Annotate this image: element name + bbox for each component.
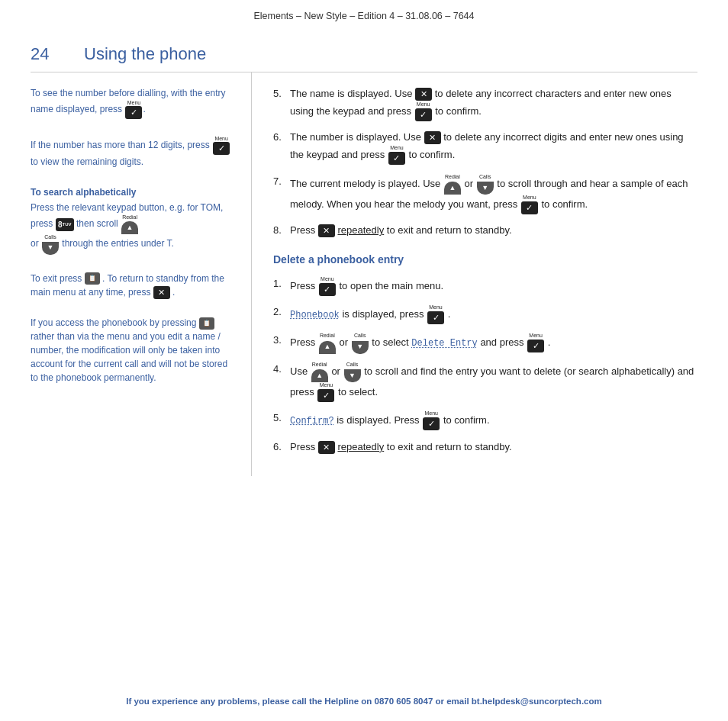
menu-check-del3: Menu ✓ xyxy=(527,333,544,353)
delete-item-3: 3. Press Redial ▲ or Calls ▼ to select xyxy=(273,333,697,353)
item8-text3: to exit and return to standby. xyxy=(387,224,512,236)
left-section-4: To exit press 📋 . To return to standby f… xyxy=(31,272,236,299)
menu-check-key-2: Menu ✓ xyxy=(213,136,230,155)
key-x-item8: ✕ xyxy=(318,224,335,237)
left-s3-para: Press the relevant keypad button, e.g. f… xyxy=(31,201,236,255)
left-text-1: To see the number before dialling, with … xyxy=(31,86,236,119)
del6-text3: to exit and return to standby. xyxy=(387,441,512,452)
delete-item-1: 1. Press Menu ✓ to open the main menu. xyxy=(273,276,697,297)
key-x-left: ✕ xyxy=(153,286,170,299)
del5-text3: to confirm. xyxy=(443,414,490,426)
left-section-3: To search alphabetically Press the relev… xyxy=(31,185,236,255)
menu-check-del2: Menu ✓ xyxy=(427,304,444,325)
del1-text1: Press xyxy=(290,280,315,291)
left-s3-text4: through the entries under T. xyxy=(62,239,174,249)
del4-text4: to select. xyxy=(338,386,378,398)
delete-item-6: 6. Press ✕ repeatedly to exit and return… xyxy=(273,439,697,455)
menu-check-item7: Menu ✓ xyxy=(521,195,538,215)
list-item-7: 7. The current melody is played. Use Red… xyxy=(273,174,697,216)
menu-check-item5: Menu ✓ xyxy=(415,101,432,122)
chapter-header: 24 Using the phone xyxy=(31,27,697,72)
left-section-2: If the number has more than 12 digits, p… xyxy=(31,136,236,169)
del3-text5: and press xyxy=(480,336,523,348)
del1-text2: to open the main menu. xyxy=(339,280,443,291)
left-column: To see the number before dialling, with … xyxy=(31,72,252,476)
menu-check-del1: Menu ✓ xyxy=(319,276,336,297)
left-section-5: If you access the phonebook by pressing … xyxy=(31,316,236,385)
item8-text1: Press xyxy=(290,224,315,236)
key-x-item5: ✕ xyxy=(415,88,432,101)
delete-list: 1. Press Menu ✓ to open the main menu. 2… xyxy=(273,276,697,455)
left-s2-text2: to view the remaining digits. xyxy=(31,156,143,167)
scroll-up-key-left: Redial ▲ xyxy=(121,214,138,234)
left-s5-text: If you access the phonebook by pressing xyxy=(31,317,196,328)
left-text-2: If the number has more than 12 digits, p… xyxy=(31,136,236,169)
list-item-5: 5. The name is displayed. Use ✕ to delet… xyxy=(273,86,697,122)
header-title: Elements – New Style – Edition 4 – 31.08… xyxy=(253,11,474,21)
phonebook-display: Phonebook xyxy=(290,310,340,320)
scroll-up-item7: Redial ▲ xyxy=(444,174,461,195)
confirm-display: Confirm? xyxy=(290,416,334,426)
key-phonebook-icon-2: 📋 xyxy=(199,317,214,330)
item7-text1: The current melody is played. Use xyxy=(290,178,440,189)
item5-text3: to confirm. xyxy=(435,105,482,117)
menu-check-item6: Menu ✓ xyxy=(388,145,405,166)
left-s3-bold: To search alphabetically xyxy=(31,185,236,199)
del3-text1: Press xyxy=(290,336,315,348)
left-s5-text2: rather than via the menu and you edit a … xyxy=(31,331,227,383)
delete-item-5: 5. Confirm? is displayed. Press Menu ✓ t… xyxy=(273,410,697,431)
del3-text6: . xyxy=(548,336,551,348)
list-item-8: 8. Press ✕ repeatedly to exit and return… xyxy=(273,223,697,238)
delete-entry-display: Delete Entry xyxy=(411,338,477,349)
footer-text: If you experience any problems, please c… xyxy=(126,697,602,706)
del6-text1: Press xyxy=(290,441,315,452)
del3-text2: or xyxy=(339,336,348,348)
delete-item-4: 4. Use Redial ▲ or Calls ▼ to scroll and… xyxy=(273,362,697,404)
left-s4-text3: . xyxy=(172,287,175,298)
chapter-title: Using the phone xyxy=(84,44,206,64)
item7-text2: or xyxy=(465,178,474,189)
scroll-down-item7: Calls ▼ xyxy=(477,174,494,195)
scroll-up-del4: Redial ▲ xyxy=(311,362,328,382)
menu-check-key-1: Menu ✓ xyxy=(125,100,142,119)
del6-text2: repeatedly xyxy=(337,441,384,452)
key-phonebook-icon: 📋 xyxy=(85,272,100,285)
left-s4-text1: To exit press xyxy=(31,273,82,284)
left-s2-text1: If the number has more than 12 digits, p… xyxy=(31,140,210,150)
content-area: To see the number before dialling, with … xyxy=(31,72,697,476)
left-s5-para: If you access the phonebook by pressing … xyxy=(31,316,236,385)
left-s3-text2: then scroll xyxy=(76,218,118,229)
item7-text4: to confirm. xyxy=(541,198,588,210)
del5-text2: is displayed. Press xyxy=(337,414,419,426)
chapter-number: 24 xyxy=(31,44,61,64)
del4-text2: or xyxy=(331,365,340,377)
scroll-down-key-left: Calls ▼ xyxy=(42,234,59,254)
left-section-1: To see the number before dialling, with … xyxy=(31,86,236,119)
top-list: 5. The name is displayed. Use ✕ to delet… xyxy=(273,86,697,238)
left-s4-para: To exit press 📋 . To return to standby f… xyxy=(31,272,236,299)
delete-section-title: Delete a phonebook entry xyxy=(273,252,697,269)
key-x-item6: ✕ xyxy=(424,131,441,144)
scroll-down-del4: Calls ▼ xyxy=(344,362,361,382)
item6-text1: The number is displayed. Use xyxy=(290,131,421,143)
menu-check-del4: Menu ✓ xyxy=(317,382,334,403)
key-x-del6: ✕ xyxy=(318,441,335,454)
key-8-tuv: 8TUV xyxy=(56,218,74,231)
del2-text2: is displayed, press xyxy=(342,308,424,320)
scroll-down-del3: Calls ▼ xyxy=(352,333,369,353)
delete-item-2: 2. Phonebook is displayed, press Menu ✓ … xyxy=(273,304,697,325)
item8-text2: repeatedly xyxy=(337,224,384,236)
menu-check-del5: Menu ✓ xyxy=(423,410,440,431)
del3-text3: to select xyxy=(372,336,408,348)
del2-text3: . xyxy=(448,308,451,320)
left-s3-text3: or xyxy=(31,239,39,249)
scroll-up-del3: Redial ▲ xyxy=(319,333,336,353)
page-header: Elements – New Style – Edition 4 – 31.08… xyxy=(0,0,728,27)
right-column: 5. The name is displayed. Use ✕ to delet… xyxy=(252,72,697,476)
del4-text1: Use xyxy=(290,365,308,377)
page-footer: If you experience any problems, please c… xyxy=(0,697,728,706)
list-item-6: 6. The number is displayed. Use ✕ to del… xyxy=(273,130,697,166)
item6-text3: to confirm. xyxy=(409,149,456,160)
item5-text1: The name is displayed. Use xyxy=(290,88,412,99)
